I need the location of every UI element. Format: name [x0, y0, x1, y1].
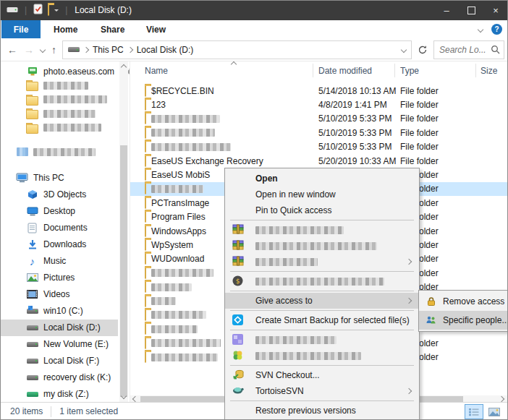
- recent-locations-caret-icon[interactable]: [40, 46, 46, 52]
- sidebar-item-cloud-redacted[interactable]: [0, 144, 118, 160]
- folder-icon: [145, 352, 146, 362]
- sidebar-item-redacted[interactable]: [0, 107, 118, 121]
- submenu-remove-access[interactable]: Remove access: [419, 292, 508, 311]
- address-dropdown-caret-icon[interactable]: [401, 46, 407, 52]
- type-cell: File folder: [400, 128, 439, 138]
- file-name: WUDownload: [151, 254, 204, 264]
- column-header-size[interactable]: Size: [481, 66, 497, 76]
- menu-winrar-redacted-3[interactable]: [225, 254, 419, 270]
- column-header-name[interactable]: Name: [145, 66, 168, 76]
- menu-give-access-to[interactable]: Give access to: [225, 293, 419, 309]
- menu-winrar-redacted-2[interactable]: [225, 238, 419, 254]
- sidebar-item-local-disk-d[interactable]: Local Disk (D:): [0, 320, 118, 336]
- breadcrumb-chevron-icon[interactable]: [127, 46, 132, 52]
- menu-tortoisesvn[interactable]: TortoiseSVN: [225, 383, 419, 399]
- submenu-arrow-icon: [406, 259, 412, 265]
- date-modified-cell: 4/8/2019 1:41 PM: [318, 100, 387, 110]
- menu-open-in-new-window[interactable]: Open in new window: [225, 187, 419, 202]
- menu-item-label: SVN Checkout...: [255, 370, 320, 380]
- file-name-cell: [145, 310, 206, 320]
- scroll-up-icon[interactable]: [121, 64, 127, 70]
- sidebar-item-3d-objects[interactable]: 3D Objects: [0, 187, 118, 203]
- forward-icon[interactable]: →: [24, 45, 34, 55]
- redacted-label: [255, 352, 361, 360]
- submenu-item-label: Specific people...: [443, 315, 508, 325]
- menu-dollar-redacted[interactable]: $: [225, 273, 419, 289]
- menu-item-label: Open in new window: [255, 189, 336, 200]
- folder-icon: [26, 80, 38, 91]
- minimize-button[interactable]: –: [434, 0, 459, 20]
- menu-winrar-redacted-1[interactable]: [225, 222, 419, 238]
- menu-redacted-green[interactable]: [225, 348, 419, 364]
- sidebar-item-redacted[interactable]: [0, 79, 118, 93]
- menu-pin-to-quick-access[interactable]: Pin to Quick access: [225, 202, 419, 218]
- file-row[interactable]: EaseUS Exchange Recovery5/20/2019 10:33 …: [130, 154, 508, 168]
- sidebar-item-new-volume-e[interactable]: New Volume (E:): [0, 336, 118, 353]
- customize-qat-caret-icon[interactable]: [54, 9, 59, 14]
- address-box[interactable]: This PC Local Disk (D:): [62, 40, 412, 59]
- close-button[interactable]: ×: [483, 0, 508, 20]
- breadcrumb-local-disk-d[interactable]: Local Disk (D:): [137, 45, 194, 55]
- drive-green-icon: [26, 392, 38, 397]
- folder-icon: [145, 212, 146, 222]
- sidebar-item-documents[interactable]: Documents: [0, 220, 118, 236]
- up-icon[interactable]: ↑: [51, 45, 56, 55]
- videos-icon: [26, 290, 38, 299]
- tab-view[interactable]: View: [136, 20, 176, 38]
- date-modified-cell: 5/20/2019 10:33 AM: [318, 156, 396, 166]
- redacted-label: [255, 278, 384, 286]
- svg-text:$: $: [236, 278, 240, 285]
- sidebar-item-photo-easeus-com[interactable]: photo.easeus.com: [0, 64, 118, 79]
- scroll-left-icon[interactable]: [132, 396, 138, 402]
- thumbnails-view-button[interactable]: [485, 404, 504, 419]
- sidebar-item-redacted[interactable]: [0, 121, 118, 135]
- scroll-right-icon[interactable]: [499, 396, 504, 402]
- file-row[interactable]: 5/10/2019 5:33 PMFile folder: [130, 140, 508, 154]
- tab-file[interactable]: File: [1, 20, 41, 38]
- sidebar-item-videos[interactable]: Videos: [0, 286, 118, 303]
- people-icon: [425, 315, 437, 325]
- details-view-button[interactable]: [465, 404, 483, 419]
- ribbon-expand-icon[interactable]: [478, 26, 483, 32]
- back-icon[interactable]: ←: [7, 45, 17, 55]
- file-name-cell: EaseUS Exchange Recovery: [145, 156, 263, 166]
- sidebar-item-win10-c[interactable]: win10 (C:): [0, 303, 118, 320]
- breadcrumb-this-pc[interactable]: This PC: [93, 45, 124, 55]
- menu-restore-previous-versions[interactable]: Restore previous versions: [225, 403, 419, 419]
- file-row[interactable]: 5/10/2019 5:33 PMFile folder: [130, 112, 508, 126]
- scrollbar-thumb[interactable]: [120, 145, 127, 397]
- menu-svn-checkout[interactable]: SVN Checkout...: [225, 367, 419, 383]
- file-row[interactable]: $RECYCLE.BIN5/14/2018 10:13 AMFile folde…: [130, 84, 508, 98]
- properties-qat-icon[interactable]: [33, 4, 43, 17]
- refresh-icon[interactable]: [418, 45, 428, 55]
- breadcrumb-chevron-icon[interactable]: [83, 46, 89, 52]
- sidebar-item-this-pc[interactable]: This PC: [0, 170, 118, 187]
- search-icon[interactable]: [491, 45, 500, 56]
- file-row[interactable]: 5/10/2019 5:33 PMFile folder: [130, 126, 508, 140]
- sidebar-item-music[interactable]: ♪Music: [0, 253, 118, 270]
- maximize-button[interactable]: [459, 0, 483, 20]
- menu-open[interactable]: Open: [225, 171, 419, 187]
- submenu-specific-people[interactable]: Specific people...: [419, 311, 508, 330]
- folder-icon: [145, 254, 146, 264]
- winrar-icon: [232, 256, 244, 266]
- file-row[interactable]: 1234/8/2019 1:41 PMFile folder: [130, 98, 508, 111]
- sidebar-item-redacted[interactable]: [0, 93, 118, 107]
- sidebar-item-desktop[interactable]: Desktop: [0, 203, 118, 220]
- search-box[interactable]: [433, 40, 504, 59]
- cloud-icon: [16, 147, 28, 156]
- new-folder-qat-icon[interactable]: [48, 5, 49, 15]
- menu-redacted-purple[interactable]: [225, 332, 419, 348]
- sidebar-item-recovery-disk-k[interactable]: recovery disk (K:): [0, 369, 118, 386]
- tab-home[interactable]: Home: [43, 20, 88, 38]
- column-header-type[interactable]: Type: [400, 66, 419, 76]
- help-icon[interactable]: ?: [491, 24, 502, 35]
- sidebar-item-pictures[interactable]: Pictures: [0, 270, 118, 286]
- sidebar-scrollbar[interactable]: [119, 61, 128, 403]
- sidebar-item-downloads[interactable]: Downloads: [0, 236, 118, 253]
- column-header-date-modified[interactable]: Date modified: [318, 66, 372, 76]
- tab-share[interactable]: Share: [90, 20, 135, 38]
- sidebar-item-local-disk-f[interactable]: Local Disk (F:): [0, 353, 118, 369]
- menu-create-smart-backup[interactable]: Create Smart Backup for selected file(s): [225, 312, 419, 328]
- sidebar-item-my-disk-z[interactable]: my disk (Z:): [0, 386, 118, 403]
